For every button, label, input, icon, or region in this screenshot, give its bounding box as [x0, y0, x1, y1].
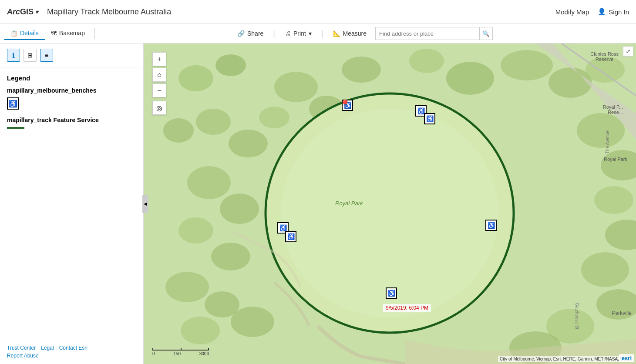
details-icon: 📋 [10, 30, 17, 37]
toolbar-divider [94, 28, 95, 39]
svg-point-33 [281, 109, 498, 317]
scale-label-300: 300ft [199, 351, 209, 356]
map-container[interactable]: Clunies RossReserve Royal P...Rese... Th… [144, 43, 636, 364]
svg-point-12 [229, 130, 268, 157]
svg-point-20 [205, 291, 239, 317]
sidebar: ℹ ⊞ ≡ Legend mapillary_melbourne_benches… [0, 43, 144, 364]
svg-point-11 [196, 109, 231, 135]
wheelchair-marker-2b[interactable]: ♿ [424, 113, 435, 124]
contact-esri-link[interactable]: Contact Esri [59, 345, 87, 351]
scale-bar-labels: 0 150 300ft [152, 351, 209, 356]
legend-title: Legend [7, 74, 136, 82]
topbar-right: Modify Map 👤 Sign In [555, 8, 629, 16]
table-icon: ⊞ [27, 52, 33, 59]
svg-point-25 [594, 186, 633, 214]
map-controls: + ⌂ − ◎ [152, 52, 166, 115]
wheelchair-marker-group-2[interactable]: ♿ ♿ [415, 105, 427, 117]
arcgis-logo: ArcGIS ▾ [7, 7, 38, 17]
wheelchair-marker-3b[interactable]: ♿ [285, 231, 296, 242]
svg-point-8 [549, 67, 592, 98]
feature-service-label: mapillary_track Feature Service [7, 117, 136, 124]
svg-point-22 [231, 307, 274, 337]
wheelchair-symbol: ♿ [9, 100, 17, 108]
search-icon: 🔍 [482, 30, 490, 37]
scale-label-0: 0 [152, 351, 155, 356]
user-icon: 👤 [598, 8, 606, 16]
share-icon: 🔗 [237, 30, 245, 37]
svg-point-5 [409, 49, 444, 73]
svg-point-1 [178, 65, 213, 91]
svg-point-21 [181, 317, 220, 344]
tab-basemap[interactable]: 🗺 Basemap [45, 27, 91, 40]
arcgis-dropdown-icon[interactable]: ▾ [35, 9, 38, 15]
search-button[interactable]: 🔍 [480, 27, 493, 40]
app-title: Mapillary Track Melbourne Australia [47, 7, 171, 17]
toolbar: 📋 Details 🗺 Basemap 🔗 Share | 🖨 Print ▾ … [0, 24, 636, 43]
legal-link[interactable]: Legal [41, 345, 54, 351]
zoom-in-button[interactable]: + [152, 52, 166, 66]
print-button[interactable]: 🖨 Print ▾ [285, 30, 312, 37]
svg-point-27 [581, 252, 629, 287]
svg-point-7 [501, 50, 553, 80]
basemap-icon: 🗺 [51, 30, 57, 37]
share-button[interactable]: 🔗 Share [237, 30, 263, 37]
sidebar-list-button[interactable]: ≡ [40, 49, 53, 62]
sidebar-icon-bar: ℹ ⊞ ≡ [0, 43, 143, 67]
sidebar-info-button[interactable]: ℹ [7, 49, 20, 62]
home-button[interactable]: ⌂ [152, 68, 166, 82]
svg-point-9 [586, 57, 625, 83]
scale-bar-line: 0 150 300ft [152, 348, 209, 356]
wheelchair-marker-5[interactable]: ♿ [386, 287, 397, 299]
search-input[interactable] [375, 27, 480, 40]
zoom-in-icon: + [157, 55, 161, 63]
home-icon: ⌂ [157, 71, 162, 79]
svg-point-17 [178, 217, 213, 244]
layer-name: mapillary_melbourne_benches [7, 87, 136, 94]
main-content: ℹ ⊞ ≡ Legend mapillary_melbourne_benches… [0, 43, 636, 364]
esri-brand-text: esri [622, 355, 632, 361]
scale-bar: 0 150 300ft [152, 348, 209, 356]
sign-in-button[interactable]: 👤 Sign In [598, 8, 629, 16]
list-icon: ≡ [45, 52, 48, 59]
arcgis-brand-text: ArcGIS [7, 7, 34, 17]
wheelchair-marker-icon: ♿ [7, 97, 136, 110]
modify-map-button[interactable]: Modify Map [555, 8, 589, 16]
measure-button[interactable]: 📐 Measure [333, 30, 367, 37]
location-pin: 📍 [340, 99, 350, 110]
svg-point-6 [446, 62, 494, 95]
trust-center-link[interactable]: Trust Center [7, 345, 36, 351]
zoom-out-icon: − [157, 87, 161, 94]
sidebar-content: Legend mapillary_melbourne_benches ♿ map… [0, 67, 143, 340]
sidebar-table-button[interactable]: ⊞ [24, 49, 37, 62]
svg-point-3 [274, 72, 318, 102]
svg-point-2 [215, 54, 246, 76]
print-icon: 🖨 [285, 30, 291, 37]
map-attribution: City of Melbourne, Vicmap, Esri, HERE, G… [498, 356, 634, 362]
sidebar-collapse-button[interactable]: ◀ [142, 195, 148, 213]
toolbar-search: 🔍 [375, 27, 493, 40]
locate-icon: ◎ [156, 104, 162, 112]
measure-icon: 📐 [333, 30, 340, 37]
svg-point-15 [187, 166, 231, 199]
svg-point-10 [163, 118, 194, 143]
scale-bar-ruler [152, 348, 209, 351]
svg-point-19 [165, 272, 209, 302]
toolbar-sep-1: | [273, 29, 275, 38]
info-icon: ℹ [12, 51, 15, 60]
wheelchair-marker-group-3[interactable]: ♿ ♿ [277, 222, 289, 234]
wheelchair-marker-4[interactable]: ♿ [485, 220, 497, 231]
timestamp-popup: 9/5/2019, 6:04 PM [383, 304, 431, 312]
expand-icon: ⤢ [626, 48, 630, 54]
zoom-out-button[interactable]: − [152, 83, 166, 97]
tab-details[interactable]: 📋 Details [4, 27, 45, 40]
print-dropdown-icon: ▾ [309, 30, 312, 37]
expand-map-button[interactable]: ⤢ [623, 46, 633, 57]
sidebar-footer: Trust Center Legal Contact Esri Report A… [0, 340, 143, 364]
locate-button[interactable]: ◎ [152, 101, 166, 115]
esri-logo: esri [619, 354, 634, 362]
svg-point-16 [220, 194, 259, 224]
footer-links: Trust Center Legal Contact Esri [7, 345, 136, 351]
svg-point-13 [259, 107, 289, 128]
report-abuse-link[interactable]: Report Abuse [7, 353, 136, 359]
svg-point-23 [577, 113, 625, 148]
